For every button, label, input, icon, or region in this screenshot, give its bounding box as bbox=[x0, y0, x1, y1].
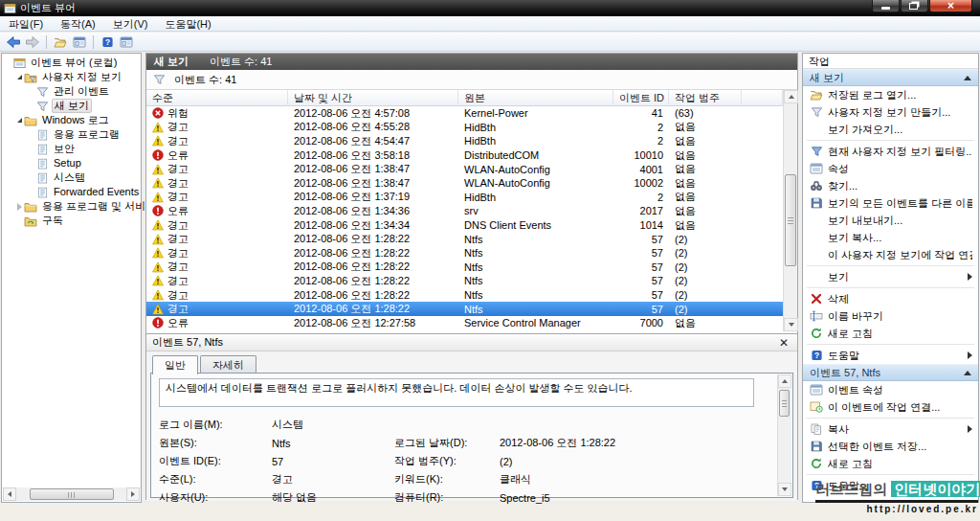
event-category: (2) bbox=[669, 234, 742, 245]
action-item[interactable]: 찾기... bbox=[803, 177, 978, 194]
action-item[interactable]: 사용자 지정 보기 만들기... bbox=[803, 103, 978, 121]
detail-close-icon[interactable]: ✕ bbox=[776, 337, 791, 349]
tree-item-관리-이벤트[interactable]: 관리 이벤트 bbox=[2, 84, 141, 99]
event-row[interactable]: 오류2012-08-06 오전 12:27:58Service Control … bbox=[146, 316, 783, 330]
menu-item-file[interactable]: 파일(F) bbox=[0, 16, 52, 32]
action-item[interactable]: 새로 고침 bbox=[803, 455, 978, 472]
event-row[interactable]: 경고2012-08-06 오전 4:55:28HidBth2없음 bbox=[146, 121, 783, 135]
event-row[interactable]: 경고2012-08-06 오전 1:28:22Ntfs57(2) bbox=[146, 288, 783, 303]
tab-자세히[interactable]: 자세히 bbox=[200, 355, 256, 374]
action-item[interactable]: 이벤트 속성 bbox=[803, 381, 978, 398]
expander-open-icon[interactable] bbox=[15, 75, 24, 79]
action-item[interactable]: 속성 bbox=[803, 160, 978, 177]
toolbar-button-help[interactable]: ? bbox=[98, 34, 117, 51]
event-row[interactable]: 경고2012-08-06 오전 1:28:22Ntfs57(2) bbox=[146, 232, 783, 246]
scroll-up-button[interactable] bbox=[784, 90, 798, 103]
tree-item-forwarded-events[interactable]: Forwarded Events bbox=[2, 185, 141, 199]
scrollbar-thumb[interactable] bbox=[779, 390, 790, 417]
column-header-3[interactable]: 이벤트 ID bbox=[613, 90, 669, 106]
close-button[interactable]: × bbox=[929, 0, 972, 12]
action-item[interactable]: ?도움말 bbox=[803, 347, 978, 364]
tree-item-새-보기[interactable]: 새 보기 bbox=[2, 99, 141, 113]
action-item[interactable]: 보기 가져오기... bbox=[803, 121, 978, 138]
warning-icon bbox=[152, 275, 164, 286]
event-level-cell: 경고 bbox=[146, 120, 288, 134]
events-vertical-scrollbar[interactable] bbox=[783, 90, 797, 331]
tree-item-setup[interactable]: Setup bbox=[2, 156, 141, 170]
scrollbar-thumb[interactable] bbox=[30, 488, 114, 500]
action-item-label: 찾기... bbox=[828, 179, 858, 193]
event-row[interactable]: 경고2012-08-06 오전 1:38:47WLAN-AutoConfig10… bbox=[146, 176, 783, 191]
tree-item-label: 이벤트 뷰어 (로컬) bbox=[29, 57, 119, 69]
event-row[interactable]: 경고2012-08-06 오전 1:28:22Ntfs57(2) bbox=[146, 260, 783, 275]
action-item-label: 이벤트 속성 bbox=[828, 383, 883, 397]
event-level-cell: 경고 bbox=[146, 176, 288, 191]
action-item[interactable]: 보기의 모든 이벤트를 다른 이름으... bbox=[803, 194, 978, 212]
event-row[interactable]: 경고2012-08-06 오전 4:54:47HidBth2없음 bbox=[146, 134, 783, 148]
restore-button[interactable] bbox=[901, 0, 928, 12]
action-item[interactable]: 이 이벤트에 작업 연결... bbox=[803, 398, 978, 416]
action-item[interactable]: 현재 사용자 지정 보기 필터링... bbox=[803, 143, 978, 160]
actions-section-header-1[interactable]: 이벤트 57, Ntfs bbox=[803, 364, 978, 381]
column-header-4[interactable]: 작업 범주 bbox=[669, 90, 742, 106]
tree-horizontal-scrollbar[interactable] bbox=[3, 487, 140, 501]
scroll-up-button[interactable] bbox=[778, 374, 791, 388]
action-item[interactable]: 저장된 로그 열기... bbox=[803, 86, 978, 103]
menu-item-view[interactable]: 보기(V) bbox=[104, 16, 157, 32]
toolbar-button-back[interactable] bbox=[4, 34, 23, 51]
event-level-cell: 위험 bbox=[146, 106, 288, 121]
event-row[interactable]: 오류2012-08-06 오전 1:34:36srv2017없음 bbox=[146, 204, 783, 218]
menu-item-help[interactable]: 도움말(H) bbox=[156, 16, 219, 32]
scroll-left-button[interactable] bbox=[3, 487, 16, 501]
event-row[interactable]: 경고2012-08-06 오전 1:28:22Ntfs57(2) bbox=[146, 246, 783, 260]
event-category: 없음 bbox=[669, 148, 742, 163]
expander-closed-icon[interactable] bbox=[15, 203, 24, 211]
tree-item-windows-로그[interactable]: Windows 로그 bbox=[2, 113, 141, 127]
tree-item-응용-프로그램-및-서비스-로그[interactable]: 응용 프로그램 및 서비스 로그 bbox=[2, 199, 141, 214]
event-row[interactable]: 위험2012-08-06 오전 4:57:08Kernel-Power41(63… bbox=[146, 106, 783, 121]
action-item[interactable]: 보기 복사... bbox=[803, 229, 978, 246]
open-folder-icon bbox=[54, 36, 67, 48]
properties-icon bbox=[809, 384, 824, 396]
detail-vertical-scrollbar[interactable] bbox=[777, 374, 791, 496]
tab-일반[interactable]: 일반 bbox=[152, 355, 198, 374]
scroll-right-button[interactable] bbox=[126, 487, 140, 501]
minimize-button[interactable] bbox=[872, 0, 900, 12]
action-item[interactable]: 이름 바꾸기 bbox=[803, 307, 978, 325]
column-header-0[interactable]: 수준 bbox=[146, 90, 288, 106]
event-row[interactable]: 경고2012-08-06 오전 1:28:22Ntfs57(2) bbox=[146, 274, 783, 288]
action-item[interactable]: 이 사용자 지정 보기에 작업 연결... bbox=[803, 246, 978, 263]
scroll-down-button[interactable] bbox=[784, 318, 798, 331]
toolbar-button-show-action-pane[interactable] bbox=[117, 34, 136, 51]
event-row[interactable]: 오류2012-08-06 오전 3:58:18DistributedCOM100… bbox=[146, 148, 783, 163]
event-row[interactable]: 경고2012-08-06 오전 1:37:19HidBth2없음 bbox=[146, 191, 783, 205]
toolbar-button-show-console-tree[interactable] bbox=[70, 34, 89, 51]
tree-item-응용-프로그램[interactable]: 응용 프로그램 bbox=[2, 127, 141, 142]
expander-open-icon[interactable] bbox=[15, 118, 24, 123]
column-header-2[interactable]: 원본 bbox=[458, 90, 613, 106]
tree-item-시스템[interactable]: 시스템 bbox=[2, 170, 141, 185]
action-item[interactable]: 새로 고침 bbox=[803, 325, 978, 342]
tree-item-이벤트-뷰어-로컬-[interactable]: 이벤트 뷰어 (로컬) bbox=[2, 56, 141, 70]
toolbar-button-open-saved-log[interactable] bbox=[51, 34, 70, 51]
event-row[interactable]: 경고2012-08-06 오전 1:28:22Ntfs57(2) bbox=[146, 302, 783, 316]
actions-section-header-0[interactable]: 새 보기 bbox=[803, 69, 978, 86]
submenu-arrow-icon bbox=[968, 425, 972, 433]
event-row[interactable]: 경고2012-08-06 오전 1:38:47WLAN-AutoConfig40… bbox=[146, 162, 783, 176]
log-icon bbox=[35, 129, 49, 141]
menu-item-action[interactable]: 동작(A) bbox=[52, 16, 104, 32]
action-item[interactable]: 보기 내보내기... bbox=[803, 212, 978, 229]
action-item[interactable]: 복사 bbox=[803, 420, 978, 438]
event-level-cell: 경고 bbox=[146, 288, 288, 303]
tree-item-보안[interactable]: 보안 bbox=[2, 142, 141, 156]
tree-item-사용자-지정-보기[interactable]: 사용자 지정 보기 bbox=[2, 70, 141, 84]
action-item[interactable]: 보기 bbox=[803, 268, 978, 285]
scroll-down-button[interactable] bbox=[778, 483, 791, 496]
event-row[interactable]: 경고2012-08-06 오전 1:34:34DNS Client Events… bbox=[146, 218, 783, 233]
action-item[interactable]: 선택한 이벤트 저장... bbox=[803, 438, 978, 455]
action-item[interactable]: 삭제 bbox=[803, 290, 978, 307]
toolbar-button-forward[interactable] bbox=[23, 34, 42, 51]
tree-item-구독[interactable]: 구독 bbox=[2, 214, 141, 228]
scrollbar-thumb[interactable] bbox=[785, 174, 796, 266]
column-header-1[interactable]: 날짜 및 시간 bbox=[288, 90, 458, 106]
